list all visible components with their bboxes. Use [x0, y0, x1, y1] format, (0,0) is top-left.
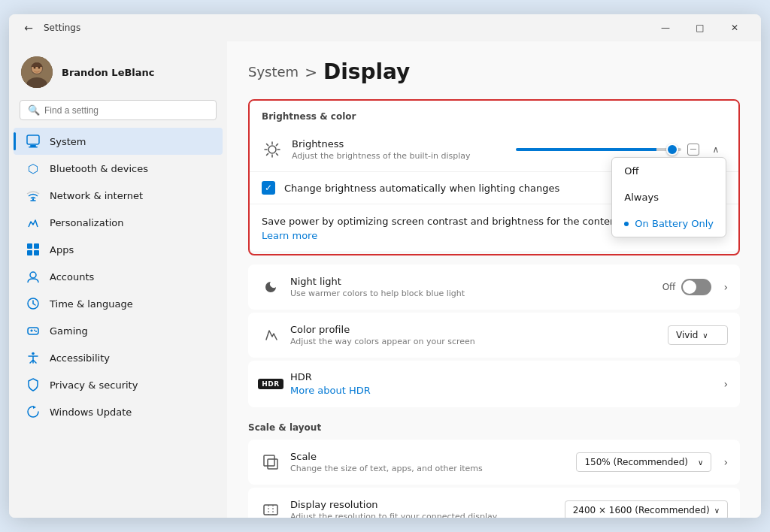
color-profile-control: Vivid ∨	[668, 325, 728, 345]
resolution-chevron-icon: ∨	[714, 506, 720, 515]
avatar-svg	[21, 56, 53, 88]
svg-point-5	[38, 67, 41, 69]
hdr-text: HDR More about HDR	[290, 371, 708, 397]
svg-point-14	[30, 272, 36, 278]
privacy-icon	[26, 377, 41, 392]
accessibility-icon	[26, 350, 41, 365]
brightness-title: Brightness	[292, 138, 507, 150]
brightness-slider-thumb[interactable]	[666, 144, 678, 156]
scale-chevron-icon: ∨	[698, 458, 703, 467]
resolution-desc: Adjust the resolution to fit your connec…	[290, 512, 556, 518]
section-label-brightness: Brightness & color	[250, 101, 738, 127]
sidebar-label-system: System	[50, 136, 86, 147]
sidebar-item-bluetooth[interactable]: ⬡ Bluetooth & devices	[14, 155, 223, 182]
night-light-toggle[interactable]	[681, 279, 711, 295]
close-icon: ✕	[731, 23, 738, 33]
brightness-value-box	[687, 144, 699, 156]
brightness-slider-container[interactable]	[516, 144, 699, 156]
selected-indicator	[624, 222, 629, 226]
maximize-button[interactable]: □	[683, 14, 717, 41]
close-button[interactable]: ✕	[717, 14, 752, 41]
svg-point-19	[32, 352, 35, 355]
dropdown-option-battery[interactable]: On Battery Only	[612, 210, 726, 237]
brightness-text: Brightness Adjust the brightness of the …	[292, 138, 507, 161]
sidebar: Brandon LeBlanc 🔍 System ⬡ Bluetooth & d…	[9, 41, 227, 518]
minimize-icon: —	[661, 23, 670, 33]
scale-select[interactable]: 150% (Recommended) ∨	[576, 452, 711, 472]
hdr-icon: HDR	[260, 373, 281, 394]
search-input[interactable]	[44, 105, 208, 116]
scale-card: Scale Change the size of text, apps, and…	[248, 440, 740, 485]
breadcrumb-separator: >	[305, 63, 317, 81]
resolution-control: 2400 × 1600 (Recommended) ∨	[565, 500, 728, 518]
sidebar-item-accounts[interactable]: Accounts	[14, 263, 223, 290]
brightness-section-title: Brightness & color	[262, 111, 356, 122]
sidebar-item-apps[interactable]: Apps	[14, 236, 223, 263]
sidebar-item-windows-update[interactable]: Windows Update	[14, 398, 223, 425]
scale-control: 150% (Recommended) ∨ ›	[576, 452, 728, 472]
svg-point-20	[268, 146, 276, 153]
minimize-button[interactable]: —	[648, 14, 683, 41]
sidebar-label-network: Network & internet	[50, 190, 143, 201]
svg-line-27	[276, 144, 277, 145]
scale-row: Scale Change the size of text, apps, and…	[248, 440, 740, 485]
sidebar-label-accounts: Accounts	[50, 271, 94, 283]
windows-update-icon	[26, 404, 41, 419]
sidebar-label-time: Time & language	[50, 298, 133, 310]
color-profile-row: Color profile Adjust the way colors appe…	[248, 313, 740, 358]
color-profile-select[interactable]: Vivid ∨	[668, 325, 728, 345]
svg-rect-6	[27, 135, 39, 144]
sidebar-label-accessibility: Accessibility	[50, 352, 110, 364]
color-profile-icon	[260, 325, 281, 346]
brightness-color-section: Brightness & color Brightness Adjust the…	[248, 99, 740, 255]
accounts-icon	[26, 269, 41, 284]
content-area: System > Display Brightness & color	[227, 41, 761, 518]
resolution-value: 2400 × 1600 (Recommended)	[573, 505, 710, 515]
sidebar-item-time[interactable]: Time & language	[14, 290, 223, 317]
svg-point-4	[34, 67, 36, 69]
search-box[interactable]: 🔍	[20, 100, 217, 120]
back-button[interactable]: ←	[18, 17, 39, 38]
window-title: Settings	[44, 23, 648, 33]
sidebar-item-network[interactable]: Network & internet	[14, 182, 223, 209]
scale-desc: Change the size of text, apps, and other…	[290, 464, 567, 473]
night-light-title: Night light	[290, 276, 653, 287]
user-name: Brandon LeBlanc	[62, 67, 155, 78]
dropdown-option-off[interactable]: Off	[612, 158, 726, 184]
night-light-desc: Use warmer colors to help block blue lig…	[290, 289, 653, 298]
back-icon: ←	[24, 22, 33, 34]
sidebar-item-privacy[interactable]: Privacy & security	[14, 371, 223, 398]
resolution-select[interactable]: 2400 × 1600 (Recommended) ∨	[565, 500, 728, 518]
personalization-icon	[26, 215, 41, 230]
svg-line-26	[276, 153, 277, 155]
resolution-row: Display resolution Adjust the resolution…	[248, 488, 740, 518]
sidebar-item-system[interactable]: System	[14, 128, 223, 155]
sidebar-item-personalization[interactable]: Personalization	[14, 209, 223, 236]
apps-icon	[26, 242, 41, 257]
scale-layout-label-container: Scale & layout	[248, 419, 740, 434]
svg-rect-13	[34, 250, 39, 255]
save-power-text: Save power by optimizing screen contrast…	[262, 216, 654, 227]
window-controls: — □ ✕	[648, 14, 752, 41]
bluetooth-icon: ⬡	[26, 161, 41, 176]
resolution-title: Display resolution	[290, 499, 556, 510]
hdr-link[interactable]: More about HDR	[290, 385, 371, 396]
svg-rect-7	[30, 145, 36, 147]
sidebar-item-gaming[interactable]: Gaming	[14, 317, 223, 344]
scale-layout-section: Scale & layout Scale Change the size of …	[248, 419, 740, 518]
svg-rect-12	[27, 250, 32, 255]
brightness-slider-track[interactable]	[516, 148, 681, 151]
svg-rect-10	[27, 243, 32, 249]
auto-brightness-checkbox[interactable]: ✓	[262, 181, 275, 195]
sidebar-item-accessibility[interactable]: Accessibility	[14, 344, 223, 371]
settings-window: ← Settings — □ ✕	[9, 14, 761, 518]
time-icon	[26, 296, 41, 311]
sidebar-label-apps: Apps	[50, 244, 74, 255]
night-light-arrow: ›	[723, 281, 728, 293]
svg-point-18	[35, 331, 37, 332]
dropdown-option-always[interactable]: Always	[612, 184, 726, 210]
svg-rect-11	[34, 243, 39, 249]
learn-more-link[interactable]: Learn more	[262, 230, 317, 241]
brightness-desc: Adjust the brightness of the built-in di…	[292, 151, 507, 161]
avatar-image	[21, 56, 53, 88]
